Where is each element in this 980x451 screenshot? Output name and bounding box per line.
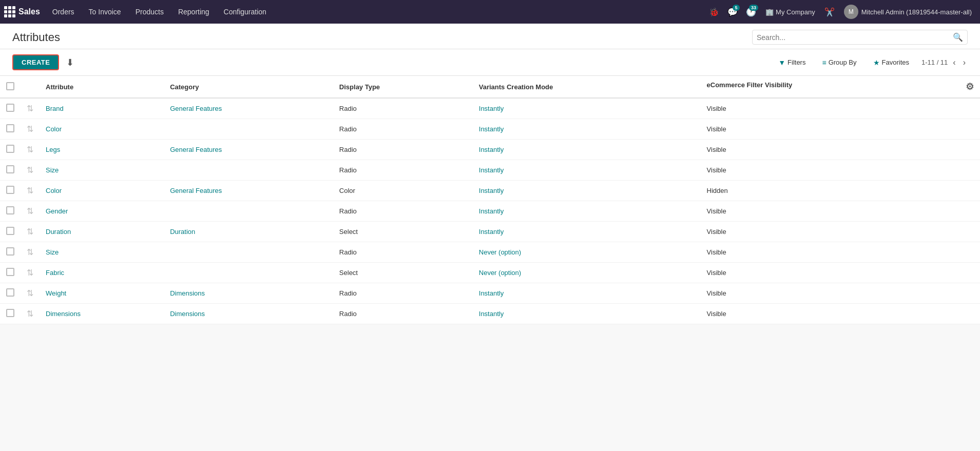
- attribute-cell[interactable]: Legs: [40, 140, 164, 160]
- row-checkbox[interactable]: [6, 309, 14, 317]
- column-settings-icon[interactable]: ⚙: [966, 81, 974, 92]
- category-cell[interactable]: [164, 263, 333, 283]
- display-type-cell: Radio: [333, 140, 473, 160]
- category-cell[interactable]: [164, 160, 333, 181]
- drag-handle-icon[interactable]: ⇅: [27, 104, 33, 113]
- filters-button[interactable]: ▼ Filters: [774, 56, 810, 69]
- user-menu[interactable]: M Mitchell Admin (18919544-master-all): [840, 5, 976, 19]
- ecommerce-cell: Visible: [701, 283, 980, 304]
- drag-cell: ⇅: [21, 181, 40, 201]
- attribute-cell[interactable]: Gender: [40, 201, 164, 222]
- chat-icon-btn[interactable]: 💬5: [724, 4, 741, 20]
- clock-icon-btn[interactable]: 🕐33: [743, 4, 759, 20]
- attribute-cell[interactable]: Brand: [40, 98, 164, 119]
- row-checkbox-cell[interactable]: [0, 98, 21, 119]
- row-checkbox-cell[interactable]: [0, 283, 21, 304]
- drag-handle-icon[interactable]: ⇅: [27, 248, 33, 257]
- attribute-cell[interactable]: Size: [40, 160, 164, 181]
- nav-configuration[interactable]: Configuration: [218, 0, 273, 24]
- row-checkbox[interactable]: [6, 227, 14, 235]
- drag-handle-icon[interactable]: ⇅: [27, 227, 33, 236]
- col-ecommerce[interactable]: eCommerce Filter Visibility ⚙: [701, 76, 980, 98]
- attribute-cell[interactable]: Weight: [40, 283, 164, 304]
- nav-orders[interactable]: Orders: [46, 0, 81, 24]
- row-checkbox-cell[interactable]: [0, 140, 21, 160]
- display-type-cell: Radio: [333, 119, 473, 140]
- attribute-cell[interactable]: Fabric: [40, 263, 164, 283]
- app-logo[interactable]: Sales: [4, 6, 40, 17]
- category-cell[interactable]: Dimensions: [164, 304, 333, 324]
- display-type-cell: Color: [333, 181, 473, 201]
- company-name: My Company: [776, 8, 815, 16]
- drag-handle-icon[interactable]: ⇅: [27, 125, 33, 133]
- search-bar[interactable]: 🔍: [752, 30, 968, 45]
- create-button[interactable]: CREATE: [12, 54, 59, 70]
- drag-handle-icon[interactable]: ⇅: [27, 166, 33, 174]
- row-checkbox-cell[interactable]: [0, 201, 21, 222]
- drag-handle-icon[interactable]: ⇅: [27, 145, 33, 154]
- col-display-type[interactable]: Display Type: [333, 76, 473, 98]
- export-button[interactable]: ⬇: [63, 55, 77, 70]
- nav-to-invoice[interactable]: To Invoice: [83, 0, 127, 24]
- prev-page-button[interactable]: ‹: [951, 57, 957, 68]
- attribute-cell[interactable]: Duration: [40, 222, 164, 242]
- row-checkbox[interactable]: [6, 186, 14, 194]
- col-category[interactable]: Category: [164, 76, 333, 98]
- row-checkbox-cell[interactable]: [0, 222, 21, 242]
- row-checkbox[interactable]: [6, 247, 14, 256]
- row-checkbox-cell[interactable]: [0, 181, 21, 201]
- table-row: ⇅ Gender Radio Instantly Visible: [0, 201, 980, 222]
- groupby-button[interactable]: ≡ Group By: [818, 56, 860, 69]
- row-checkbox[interactable]: [6, 268, 14, 276]
- row-checkbox-cell[interactable]: [0, 119, 21, 140]
- row-checkbox[interactable]: [6, 104, 14, 112]
- settings-icon-btn[interactable]: ✂️: [821, 4, 838, 20]
- row-checkbox[interactable]: [6, 288, 14, 297]
- drag-handle-icon[interactable]: ⇅: [27, 186, 33, 195]
- category-cell[interactable]: [164, 119, 333, 140]
- nav-products[interactable]: Products: [129, 0, 170, 24]
- favorites-button[interactable]: ★ Favorites: [869, 56, 913, 69]
- attribute-cell[interactable]: Dimensions: [40, 304, 164, 324]
- next-page-button[interactable]: ›: [961, 57, 968, 68]
- col-variants-mode[interactable]: Variants Creation Mode: [473, 76, 701, 98]
- bug-icon-btn[interactable]: 🐞: [706, 4, 722, 20]
- attribute-cell[interactable]: Size: [40, 242, 164, 263]
- category-cell[interactable]: Dimensions: [164, 283, 333, 304]
- display-type-cell: Radio: [333, 304, 473, 324]
- table-row: ⇅ Legs General Features Radio Instantly …: [0, 140, 980, 160]
- drag-handle-icon[interactable]: ⇅: [27, 289, 33, 298]
- ecommerce-cell: Visible: [701, 242, 980, 263]
- row-checkbox[interactable]: [6, 165, 14, 173]
- favorites-icon: ★: [873, 58, 880, 67]
- drag-handle-icon[interactable]: ⇅: [27, 309, 33, 318]
- ecommerce-cell: Visible: [701, 222, 980, 242]
- drag-handle-icon[interactable]: ⇅: [27, 268, 33, 277]
- category-cell[interactable]: General Features: [164, 98, 333, 119]
- ecommerce-cell: Visible: [701, 263, 980, 283]
- category-cell[interactable]: [164, 242, 333, 263]
- col-attribute[interactable]: Attribute: [40, 76, 164, 98]
- pagination: 1-11 / 11 ‹ ›: [921, 57, 968, 68]
- row-checkbox[interactable]: [6, 145, 14, 153]
- select-all-checkbox[interactable]: [6, 82, 14, 90]
- drag-cell: ⇅: [21, 304, 40, 324]
- category-cell[interactable]: Duration: [164, 222, 333, 242]
- row-checkbox[interactable]: [6, 206, 14, 214]
- select-all-header[interactable]: [0, 76, 21, 98]
- table-row: ⇅ Weight Dimensions Radio Instantly Visi…: [0, 283, 980, 304]
- category-cell[interactable]: General Features: [164, 140, 333, 160]
- category-cell[interactable]: General Features: [164, 181, 333, 201]
- attribute-cell[interactable]: Color: [40, 119, 164, 140]
- category-cell[interactable]: [164, 201, 333, 222]
- row-checkbox-cell[interactable]: [0, 242, 21, 263]
- nav-reporting[interactable]: Reporting: [172, 0, 216, 24]
- drag-handle-icon[interactable]: ⇅: [27, 207, 33, 215]
- company-selector[interactable]: 🏢 My Company: [761, 8, 819, 16]
- row-checkbox-cell[interactable]: [0, 304, 21, 324]
- attribute-cell[interactable]: Color: [40, 181, 164, 201]
- row-checkbox-cell[interactable]: [0, 263, 21, 283]
- row-checkbox-cell[interactable]: [0, 160, 21, 181]
- search-input[interactable]: [757, 33, 953, 42]
- row-checkbox[interactable]: [6, 124, 14, 132]
